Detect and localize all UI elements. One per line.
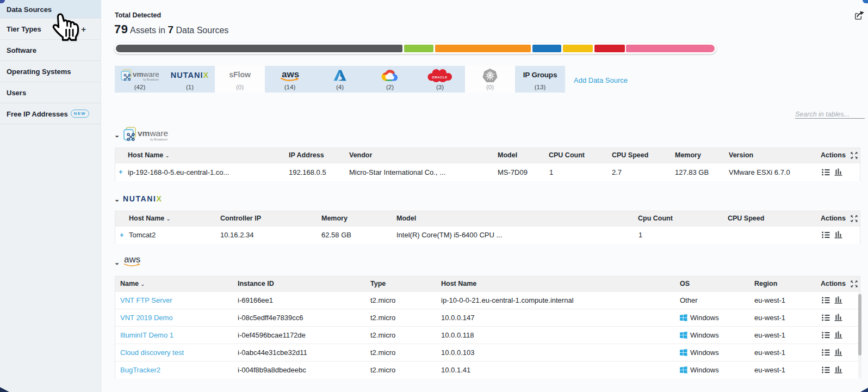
svg-text:vmware: vmware — [133, 70, 159, 78]
svg-text:aws: aws — [124, 254, 140, 265]
svg-text:vmware: vmware — [138, 128, 168, 138]
svg-text:ORACLE: ORACLE — [432, 76, 447, 79]
svg-text:by Broadcom: by Broadcom — [143, 78, 159, 81]
svg-text:by Broadcom: by Broadcom — [150, 138, 168, 141]
